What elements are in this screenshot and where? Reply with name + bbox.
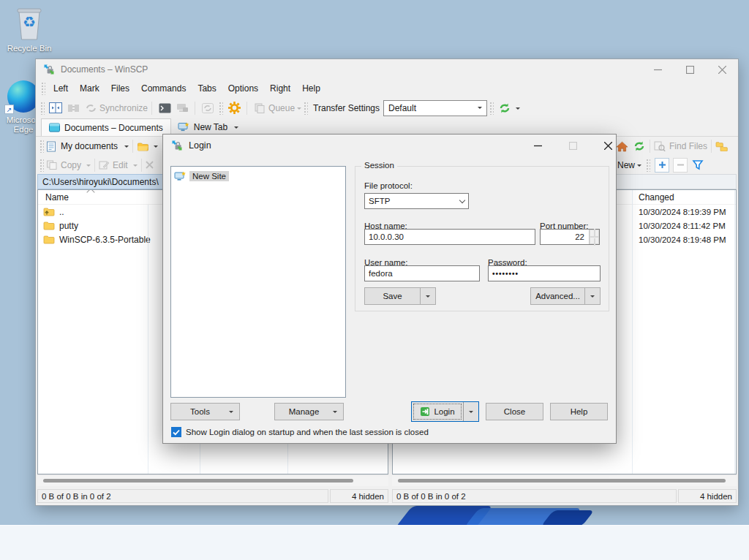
session-group-label: Session	[361, 161, 397, 170]
separator	[151, 102, 152, 115]
maximize-icon[interactable]	[674, 59, 706, 80]
edit-icon[interactable]	[99, 160, 110, 170]
remote-desktop-icon[interactable]	[173, 99, 191, 117]
menu-left[interactable]: Left	[48, 82, 74, 95]
chevron-down-icon	[229, 411, 233, 415]
file-protocol-select[interactable]: SFTP	[364, 193, 469, 209]
synchronize-label[interactable]: Synchronize	[99, 103, 148, 113]
close-icon[interactable]	[593, 135, 622, 156]
open-folder-icon[interactable]	[137, 142, 149, 151]
desktop-icon-recycle-bin[interactable]: ♻ Recycle Bin	[1, 6, 57, 53]
refresh-icon[interactable]	[496, 99, 513, 117]
scrollbar-thumb[interactable]	[398, 479, 726, 483]
advanced-split-button[interactable]: Advanced...	[530, 287, 601, 305]
find-files-label[interactable]: Find Files	[669, 141, 707, 151]
copy-label[interactable]: Copy	[61, 160, 81, 170]
split-panels-icon[interactable]	[47, 99, 64, 117]
delete-icon[interactable]	[146, 161, 154, 169]
login-button[interactable]: Login	[412, 402, 463, 421]
close-icon[interactable]	[706, 59, 738, 80]
toolbar-grip[interactable]	[39, 140, 44, 153]
remove-icon[interactable]	[673, 158, 688, 173]
remote-hidden-count: 4 hidden	[678, 489, 737, 503]
local-hidden-count: 4 hidden	[330, 489, 388, 503]
site-list[interactable]: New Site	[170, 166, 346, 398]
separator	[650, 140, 650, 153]
advanced-button[interactable]: Advanced...	[530, 287, 584, 305]
site-item-new-site[interactable]: New Site	[172, 169, 345, 183]
port-number-input[interactable]: 22	[540, 229, 600, 245]
gear-icon[interactable]	[225, 99, 243, 117]
manage-button[interactable]: Manage	[274, 403, 344, 420]
local-horizontal-scrollbar[interactable]	[37, 474, 388, 486]
toolbar-grip[interactable]	[39, 159, 44, 172]
spin-up-icon[interactable]	[590, 230, 599, 237]
chevron-down-icon[interactable]	[637, 164, 641, 169]
directory-tree-icon[interactable]	[715, 141, 729, 151]
winscp-icon	[171, 140, 183, 151]
new-button[interactable]: New	[617, 160, 635, 170]
show-login-checkbox[interactable]	[171, 427, 181, 437]
menu-mark[interactable]: Mark	[74, 82, 105, 95]
login-dialog: Login New Site Session File protocol: SF…	[162, 134, 617, 444]
chevron-down-icon	[478, 107, 482, 111]
toolbar-grip[interactable]	[40, 102, 45, 115]
toolbar-grip[interactable]	[41, 82, 45, 95]
tab-documents[interactable]: Documents – Documents	[41, 118, 171, 136]
separator	[94, 159, 95, 172]
menu-right[interactable]: Right	[264, 82, 296, 95]
save-button[interactable]: Save	[364, 287, 420, 305]
chevron-down-icon[interactable]	[124, 145, 129, 150]
menu-options[interactable]: Options	[222, 82, 264, 95]
close-button[interactable]: Close	[486, 403, 543, 420]
refresh-disabled-icon[interactable]	[199, 99, 217, 117]
toolbar-grip[interactable]	[219, 102, 223, 115]
menu-tabs[interactable]: Tabs	[192, 82, 222, 95]
spin-down-icon[interactable]	[590, 237, 599, 244]
menu-commands[interactable]: Commands	[135, 82, 192, 95]
host-name-input[interactable]: 10.0.0.30	[364, 229, 535, 245]
minimize-icon[interactable]	[641, 59, 674, 80]
separator	[246, 102, 247, 115]
column-divider[interactable]	[632, 190, 633, 474]
synchronize-browsing-icon[interactable]	[64, 99, 82, 117]
queue-icon[interactable]	[251, 99, 268, 117]
synchronize-icon[interactable]	[82, 99, 99, 117]
remote-horizontal-scrollbar[interactable]	[392, 474, 737, 486]
find-files-icon[interactable]	[654, 141, 666, 152]
column-divider[interactable]	[734, 190, 735, 474]
login-split-button[interactable]: Login	[411, 401, 479, 422]
port-spinner[interactable]	[589, 230, 599, 244]
minimize-icon[interactable]	[523, 135, 552, 156]
chevron-down-icon[interactable]	[154, 145, 158, 150]
scrollbar-thumb[interactable]	[43, 479, 353, 483]
password-input[interactable]: ••••••••	[488, 265, 601, 281]
tools-button[interactable]: Tools	[170, 403, 240, 420]
save-dropdown-icon[interactable]	[420, 287, 436, 305]
show-login-checkbox-label[interactable]: Show Login dialog on startup and when th…	[186, 428, 429, 436]
edit-label[interactable]: Edit	[113, 160, 128, 170]
transfer-settings-select[interactable]: Default	[383, 100, 487, 116]
add-icon[interactable]	[655, 158, 669, 173]
toolbar-grip[interactable]	[489, 102, 494, 115]
main-toolbar: Synchronize Queue Transfer Sett	[36, 97, 738, 118]
advanced-dropdown-icon[interactable]	[584, 287, 601, 305]
login-dropdown-icon[interactable]	[463, 402, 478, 421]
save-split-button[interactable]: Save	[364, 287, 436, 305]
transfer-settings-label: Transfer Settings	[313, 103, 380, 113]
toolbar-grip[interactable]	[646, 159, 650, 172]
refresh-icon[interactable]	[633, 140, 646, 152]
copy-icon[interactable]	[46, 160, 58, 170]
user-name-input[interactable]: fedora	[364, 265, 480, 281]
maximize-icon[interactable]	[558, 135, 587, 156]
console-icon[interactable]	[156, 99, 173, 117]
column-divider[interactable]	[148, 205, 148, 474]
folder-icon	[43, 235, 55, 244]
toolbar-grip[interactable]	[304, 102, 308, 115]
menu-files[interactable]: Files	[105, 82, 135, 95]
drive-selector[interactable]: My documents	[61, 141, 118, 151]
filter-icon[interactable]	[692, 159, 704, 170]
help-button[interactable]: Help	[550, 403, 608, 420]
queue-label[interactable]: Queue	[268, 103, 295, 113]
menu-help[interactable]: Help	[296, 82, 326, 95]
